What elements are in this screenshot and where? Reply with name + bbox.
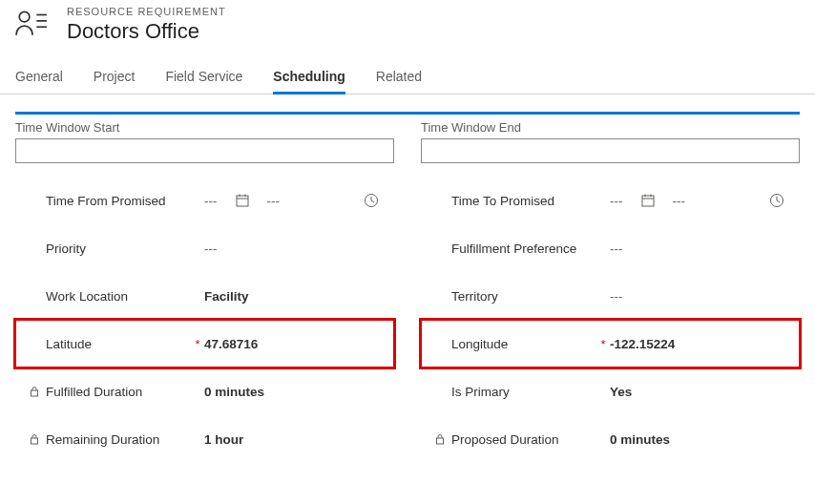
- label-longitude: Longitude: [451, 337, 508, 351]
- value-priority[interactable]: ---: [204, 242, 218, 256]
- row-fulfillment-preference: Fulfillment Preference ---: [421, 224, 800, 272]
- section-label-time-window-end: Time Window End: [421, 120, 800, 135]
- lock-icon: [29, 386, 40, 397]
- svg-rect-11: [642, 196, 654, 206]
- tab-project[interactable]: Project: [94, 61, 136, 94]
- value-proposed-duration: 0 minutes: [610, 432, 670, 447]
- clock-icon[interactable]: [769, 193, 784, 208]
- resource-requirement-icon: [15, 7, 48, 43]
- value-fulfilled-duration: 0 minutes: [204, 385, 264, 399]
- tab-scheduling[interactable]: Scheduling: [273, 61, 345, 94]
- row-is-primary: Is Primary Yes: [421, 368, 800, 415]
- value-fulfillment-preference[interactable]: ---: [610, 242, 623, 256]
- label-territory: Territory: [451, 289, 498, 304]
- date-value[interactable]: ---: [204, 194, 218, 208]
- value-latitude[interactable]: 47.68716: [204, 337, 258, 351]
- row-territory: Territory ---: [421, 272, 800, 320]
- label-fulfillment-preference: Fulfillment Preference: [451, 242, 576, 256]
- tab-field-service[interactable]: Field Service: [165, 61, 242, 94]
- value-remaining-duration: 1 hour: [204, 432, 243, 447]
- section-label-time-window-start: Time Window Start: [15, 120, 394, 135]
- tab-general[interactable]: General: [15, 61, 63, 94]
- svg-rect-10: [31, 438, 38, 444]
- label-time-from-promised: Time From Promised: [46, 194, 166, 208]
- row-longitude: Longitude * -122.15224: [421, 320, 800, 368]
- clock-icon[interactable]: [364, 193, 379, 208]
- calendar-icon[interactable]: [235, 193, 250, 208]
- row-time-from-promised: Time From Promised --- ---: [15, 177, 394, 224]
- right-column: Time Window End Time To Promised --- ---: [421, 120, 800, 463]
- calendar-icon[interactable]: [640, 193, 656, 208]
- value-territory[interactable]: ---: [610, 289, 623, 304]
- value-work-location[interactable]: Facility: [204, 289, 249, 304]
- label-work-location: Work Location: [46, 289, 128, 304]
- label-priority: Priority: [46, 242, 86, 256]
- label-is-primary: Is Primary: [451, 385, 510, 399]
- left-column: Time Window Start Time From Promised ---…: [15, 120, 394, 463]
- lock-icon: [434, 433, 446, 445]
- time-value[interactable]: ---: [673, 194, 686, 208]
- svg-rect-16: [437, 438, 444, 444]
- row-remaining-duration: Remaining Duration 1 hour: [15, 415, 394, 463]
- label-remaining-duration: Remaining Duration: [46, 432, 159, 447]
- row-proposed-duration: Proposed Duration 0 minutes: [421, 415, 800, 463]
- date-value[interactable]: ---: [610, 194, 623, 208]
- time-window-end-input[interactable]: [421, 138, 800, 163]
- required-marker: *: [191, 337, 204, 351]
- lock-icon: [29, 433, 40, 445]
- row-time-to-promised: Time To Promised --- ---: [421, 177, 800, 224]
- row-latitude: Latitude * 47.68716: [15, 320, 394, 368]
- svg-rect-9: [31, 390, 38, 396]
- row-fulfilled-duration: Fulfilled Duration 0 minutes: [15, 368, 394, 415]
- label-time-to-promised: Time To Promised: [451, 194, 554, 208]
- tab-related[interactable]: Related: [376, 61, 422, 94]
- time-window-start-input[interactable]: [15, 138, 394, 163]
- label-proposed-duration: Proposed Duration: [451, 432, 559, 447]
- page-header: RESOURCE REQUIREMENT Doctors Office: [0, 0, 815, 53]
- required-marker: *: [596, 337, 610, 351]
- value-longitude[interactable]: -122.15224: [610, 337, 675, 351]
- record-type-label: RESOURCE REQUIREMENT: [67, 6, 226, 17]
- time-value[interactable]: ---: [267, 194, 281, 208]
- page-title: Doctors Office: [67, 19, 226, 44]
- row-work-location: Work Location Facility: [15, 272, 394, 320]
- value-is-primary[interactable]: Yes: [610, 385, 632, 399]
- form-body: Time Window Start Time From Promised ---…: [0, 115, 815, 463]
- row-priority: Priority ---: [15, 224, 394, 272]
- svg-point-0: [19, 11, 30, 22]
- svg-rect-4: [237, 196, 248, 206]
- label-fulfilled-duration: Fulfilled Duration: [46, 385, 142, 399]
- label-latitude: Latitude: [46, 337, 92, 351]
- tab-bar: General Project Field Service Scheduling…: [0, 61, 815, 94]
